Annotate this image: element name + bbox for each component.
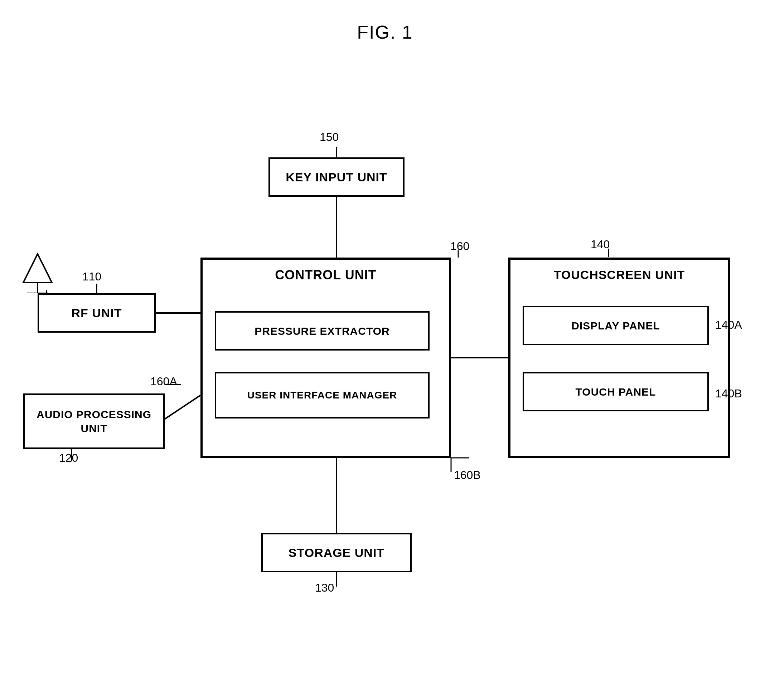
storage-unit-box: STORAGE UNIT [261,533,412,572]
touch-panel-box: TOUCH PANEL [522,372,709,411]
ref-160a: 160A [150,375,177,388]
diagram: FIG. 1 KEY INPUT UNIT RF UNIT CONTROL UN… [0,0,770,700]
figure-title: FIG. 1 [357,21,413,43]
rf-unit-box: RF UNIT [37,293,156,333]
key-input-unit-box: KEY INPUT UNIT [269,157,404,197]
ref-160: 160 [450,240,469,253]
svg-marker-18 [23,254,52,282]
control-unit-label: CONTROL UNIT [202,267,449,284]
touchscreen-unit-label: TOUCHSCREEN UNIT [511,267,728,282]
ref-160b: 160B [454,469,481,482]
ref-140: 140 [590,238,610,251]
ref-130: 130 [315,581,334,595]
touchscreen-unit-box: TOUCHSCREEN UNIT [508,258,730,458]
control-unit-box: CONTROL UNIT [201,258,451,458]
ref-110: 110 [82,270,101,283]
ref-120: 120 [59,452,78,465]
user-interface-manager-box: USER INTERFACE MANAGER [215,372,430,418]
audio-processing-unit-box: AUDIO PROCESSING UNIT [23,394,165,449]
ref-150: 150 [320,131,339,144]
svg-line-3 [163,395,201,420]
antenna-icon [20,250,55,293]
ref-140a: 140A [715,318,742,332]
pressure-extractor-box: PRESSURE EXTRACTOR [215,311,430,350]
ref-140b: 140B [715,387,742,400]
display-panel-box: DISPLAY PANEL [522,306,709,345]
